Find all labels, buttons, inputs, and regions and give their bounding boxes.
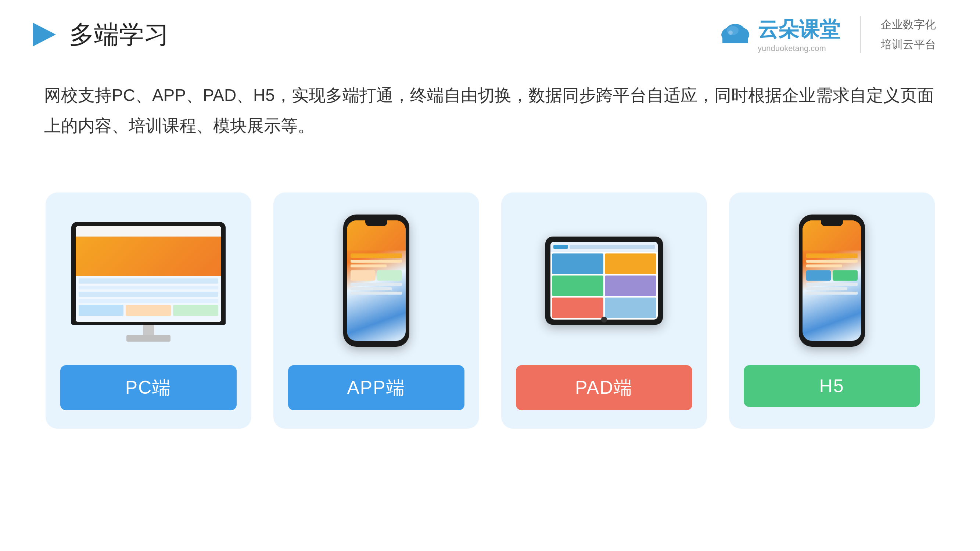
h5-device-image bbox=[744, 214, 920, 347]
h5-phone-notch bbox=[821, 221, 843, 226]
header: 多端学习 云朵课堂 bbox=[0, 0, 980, 65]
cloud-icon bbox=[719, 21, 752, 48]
description-line2: 上的内容、培训课程、模块展示等。 bbox=[44, 111, 936, 141]
pc-label: PC端 bbox=[60, 365, 237, 410]
logo-divider bbox=[860, 16, 861, 53]
app-card: APP端 bbox=[274, 192, 479, 429]
description-section: 网校支持PC、APP、PAD、H5，实现多端打通，终端自由切换，数据同步跨平台自… bbox=[0, 65, 980, 163]
svg-rect-6 bbox=[722, 35, 748, 43]
h5-card: H5 bbox=[729, 192, 935, 429]
h5-phone bbox=[799, 214, 865, 347]
pad-device-image bbox=[516, 214, 692, 347]
phone-screen bbox=[347, 221, 406, 341]
tagline-line1: 企业数字化 bbox=[881, 15, 936, 35]
phone-notch bbox=[365, 221, 387, 226]
tagline-line2: 培训云平台 bbox=[881, 35, 936, 54]
pc-card: PC端 bbox=[46, 192, 251, 429]
svg-point-7 bbox=[728, 30, 733, 35]
pad-label: PAD端 bbox=[516, 365, 692, 410]
app-device-image bbox=[288, 214, 465, 347]
description-line1: 网校支持PC、APP、PAD、H5，实现多端打通，终端自由切换，数据同步跨平台自… bbox=[44, 80, 936, 111]
cards-container: PC端 bbox=[0, 178, 980, 443]
pc-monitor bbox=[71, 222, 226, 340]
yundu-logo: 云朵课堂 yunduoketang.com bbox=[719, 16, 840, 53]
app-label: APP端 bbox=[288, 365, 465, 410]
logo-right: 云朵课堂 yunduoketang.com 企业数字化 培训云平台 bbox=[719, 15, 936, 54]
pad-card: PAD端 bbox=[501, 192, 707, 429]
svg-marker-0 bbox=[33, 23, 56, 46]
brand-name: 云朵课堂 bbox=[758, 16, 840, 44]
app-phone bbox=[343, 214, 409, 347]
pc-device-image bbox=[60, 214, 237, 347]
brand-info: 云朵课堂 yunduoketang.com bbox=[758, 16, 840, 53]
pad-tablet bbox=[545, 237, 663, 325]
brand-url: yunduoketang.com bbox=[758, 44, 826, 53]
tagline: 企业数字化 培训云平台 bbox=[881, 15, 936, 54]
tablet-screen bbox=[550, 242, 658, 319]
h5-phone-screen bbox=[802, 221, 861, 341]
logo-left: 多端学习 bbox=[29, 18, 169, 51]
h5-label: H5 bbox=[744, 365, 920, 407]
play-icon bbox=[29, 20, 59, 49]
tablet-content bbox=[550, 252, 658, 319]
page-title: 多端学习 bbox=[69, 18, 169, 51]
